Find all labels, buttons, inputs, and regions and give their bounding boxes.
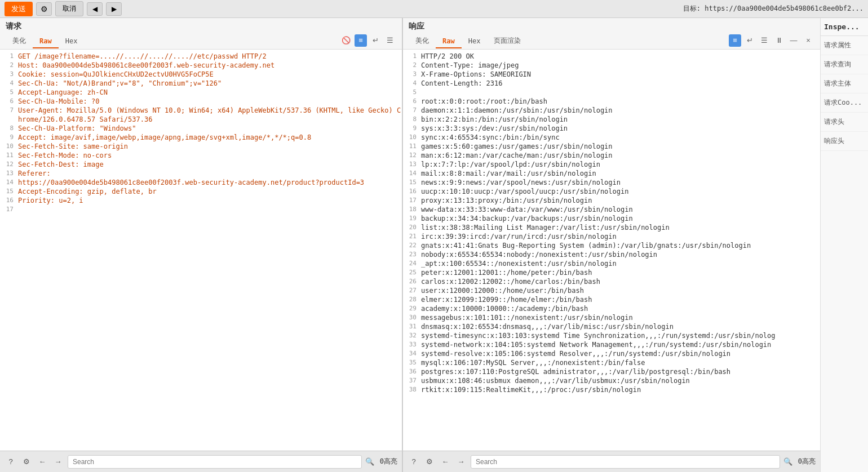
request-panel-header: 请求 美化 Raw Hex 🚫 ≡ ↵ ☰ bbox=[0, 18, 402, 50]
response-close-icon[interactable]: × bbox=[802, 34, 814, 47]
request-line: 11Sec-Fetch-Mode: no-cors bbox=[0, 151, 402, 160]
tab-request-hex[interactable]: Hex bbox=[59, 35, 85, 48]
line-text: bin:x:2:2:bin:/bin:/usr/sbin/nologin bbox=[421, 115, 820, 124]
response-line: 15news:x:9:9:news:/var/spool/news:/usr/s… bbox=[403, 178, 820, 187]
line-number: 11 bbox=[403, 142, 421, 151]
inspector-title: Inspe... bbox=[821, 18, 868, 36]
request-line: 15Accept-Encoding: gzip, deflate, br bbox=[0, 187, 402, 196]
response-help-icon[interactable]: ? bbox=[408, 456, 420, 468]
response-back-icon[interactable]: ← bbox=[439, 456, 451, 468]
line-text: Sec-Fetch-Site: same-origin bbox=[18, 142, 402, 151]
inspector-item-request-attributes[interactable]: 请求属性 bbox=[821, 36, 868, 55]
request-tab-bar: 美化 Raw Hex 🚫 ≡ ↵ ☰ bbox=[6, 34, 396, 49]
line-number: 26 bbox=[403, 277, 421, 286]
request-wrap-icon[interactable]: ↵ bbox=[369, 34, 382, 47]
request-tab-icons: 🚫 ≡ ↵ ☰ bbox=[340, 34, 396, 49]
line-number: 9 bbox=[403, 124, 421, 133]
line-number: 8 bbox=[0, 124, 18, 133]
line-number: 17 bbox=[403, 196, 421, 205]
request-help-icon[interactable]: ? bbox=[5, 456, 17, 468]
response-line: 17proxy:x:13:13:proxy:/bin:/usr/sbin/nol… bbox=[403, 196, 820, 205]
line-text: news:x:9:9:news:/var/spool/news:/usr/sbi… bbox=[421, 178, 820, 187]
line-text: _apt:x:100:65534::/nonexistent:/usr/sbin… bbox=[421, 259, 820, 268]
tab-request-pretty[interactable]: 美化 bbox=[6, 34, 33, 49]
line-text: systemd-network:x:104:105:systemd Networ… bbox=[421, 340, 820, 349]
line-text: https://0aa900e004de5b498061c8ee00f2003f… bbox=[18, 178, 402, 187]
send-button[interactable]: 发送 bbox=[5, 2, 33, 16]
inspector-item-request-query[interactable]: 请求查询 bbox=[821, 55, 868, 74]
tab-response-hex[interactable]: Hex bbox=[462, 35, 488, 48]
inspector-item-request-body[interactable]: 请求主体 bbox=[821, 74, 868, 93]
response-settings-icon[interactable]: ⚙ bbox=[423, 456, 436, 468]
response-content[interactable]: 1HTTP/2 200 OK2Content-Type: image/jpeg3… bbox=[403, 50, 820, 451]
tab-response-render[interactable]: 页面渲染 bbox=[487, 34, 528, 49]
request-highlight-count: 0高亮 bbox=[380, 457, 397, 466]
line-number: 23 bbox=[403, 250, 421, 259]
line-number: 6 bbox=[403, 97, 421, 106]
response-pause-icon[interactable]: ⏸ bbox=[773, 34, 785, 47]
tab-response-pretty[interactable]: 美化 bbox=[409, 34, 436, 49]
response-menu-icon[interactable]: ☰ bbox=[758, 34, 770, 47]
response-inspector-icon[interactable]: ≡ bbox=[729, 34, 741, 47]
request-back-icon[interactable]: ← bbox=[36, 456, 48, 468]
settings-icon-button[interactable]: ⚙ bbox=[36, 2, 52, 16]
line-text: carlos:x:12002:12002::/home/carlos:/bin/… bbox=[421, 277, 820, 286]
response-line: 21irc:x:39:39:ircd:/var/run/ircd:/usr/sb… bbox=[403, 232, 820, 241]
line-text: user:x:12000:12000::/home/user:/bin/bash bbox=[421, 286, 820, 295]
response-line: 37usbmux:x:108:46:usbmux daemon,,,:/var/… bbox=[403, 376, 820, 385]
response-search-input[interactable] bbox=[471, 455, 780, 469]
line-number: 25 bbox=[403, 268, 421, 277]
line-text: sync:x:4:65534:sync:/bin:/bin/sync bbox=[421, 133, 820, 142]
tab-request-raw[interactable]: Raw bbox=[33, 35, 59, 48]
line-text: backup:x:34:34:backup:/var/backups:/usr/… bbox=[421, 214, 820, 223]
line-text: Content-Length: 2316 bbox=[421, 79, 820, 88]
back-nav-button[interactable]: ◀ bbox=[87, 2, 103, 16]
request-forward-icon[interactable]: → bbox=[52, 456, 64, 468]
line-text: gnats:x:41:41:Gnats Bug-Reporting System… bbox=[421, 241, 820, 250]
response-tab-bar: 美化 Raw Hex 页面渲染 ≡ ↵ ☰ ⏸ — × bbox=[409, 34, 814, 49]
response-search-button[interactable]: 🔍 bbox=[783, 457, 792, 466]
line-text: Cookie: session=QuJOlkiencCHxUD2ectvU0HV… bbox=[18, 70, 402, 79]
line-text: Content-Type: image/jpeg bbox=[421, 61, 820, 70]
line-number: 38 bbox=[403, 385, 421, 394]
response-minimize-icon[interactable]: — bbox=[787, 34, 800, 47]
line-text: uucp:x:10:10:uucp:/var/spool/uucp:/usr/s… bbox=[421, 187, 820, 196]
request-search-input[interactable] bbox=[68, 455, 362, 469]
request-settings-icon[interactable]: ⚙ bbox=[20, 456, 33, 468]
line-number: 10 bbox=[403, 133, 421, 142]
line-text: Sec-Fetch-Mode: no-cors bbox=[18, 151, 402, 160]
request-line: 1GET /image?filename=....//....//....//.… bbox=[0, 52, 402, 61]
response-line: 31dnsmasq:x:102:65534:dnsmasq,,,:/var/li… bbox=[403, 322, 820, 331]
line-number: 31 bbox=[403, 322, 421, 331]
inspector-item-response-headers[interactable]: 响应头 bbox=[821, 132, 868, 151]
request-no-intercept-icon[interactable]: 🚫 bbox=[340, 34, 352, 47]
line-text: Accept-Encoding: gzip, deflate, br bbox=[18, 187, 402, 196]
response-wrap-icon[interactable]: ↵ bbox=[743, 34, 756, 47]
response-forward-icon[interactable]: → bbox=[455, 456, 467, 468]
request-content[interactable]: 1GET /image?filename=....//....//....//.… bbox=[0, 50, 402, 451]
line-text: usbmux:x:108:46:usbmux daemon,,,:/var/li… bbox=[421, 376, 820, 385]
response-line: 4Content-Length: 2316 bbox=[403, 79, 820, 88]
line-text: Sec-Fetch-Dest: image bbox=[18, 160, 402, 169]
request-inspector-icon[interactable]: ≡ bbox=[355, 34, 367, 47]
tab-response-raw[interactable]: Raw bbox=[436, 35, 462, 48]
forward-nav-button[interactable]: ▶ bbox=[106, 2, 122, 16]
line-text: Accept: image/avif,image/webp,image/apng… bbox=[18, 133, 402, 142]
line-text: GET /image?filename=....//....//....//..… bbox=[18, 52, 402, 61]
top-toolbar: 发送 ⚙ 取消 ◀ ▶ 目标: https://0aa900e004de5b49… bbox=[0, 0, 868, 18]
cancel-button[interactable]: 取消 bbox=[55, 1, 83, 16]
request-line: 2Host: 0aa900e004de5b498061c8ee00f2003f.… bbox=[0, 61, 402, 70]
response-line: 1HTTP/2 200 OK bbox=[403, 52, 820, 61]
request-menu-icon[interactable]: ☰ bbox=[384, 34, 396, 47]
line-text: Sec-Ch-Ua-Platform: "Windows" bbox=[18, 124, 402, 133]
inspector-item-request-headers[interactable]: 请求头 bbox=[821, 113, 868, 132]
response-line: 3X-Frame-Options: SAMEORIGIN bbox=[403, 70, 820, 79]
target-label: 目标: https://0aa900e004de5b498061c8ee0bf2… bbox=[683, 4, 863, 14]
line-text: rtkit:x:109:115:RealtimeKit,,,:/proc:/us… bbox=[421, 385, 820, 394]
line-number: 12 bbox=[0, 160, 18, 169]
line-text: Priority: u=2, i bbox=[18, 196, 402, 205]
line-number: 7 bbox=[403, 106, 421, 115]
request-search-button[interactable]: 🔍 bbox=[365, 457, 374, 466]
inspector-item-request-cookies[interactable]: 请求Coo... bbox=[821, 93, 868, 113]
response-line: 11games:x:5:60:games:/usr/games:/usr/sbi… bbox=[403, 142, 820, 151]
